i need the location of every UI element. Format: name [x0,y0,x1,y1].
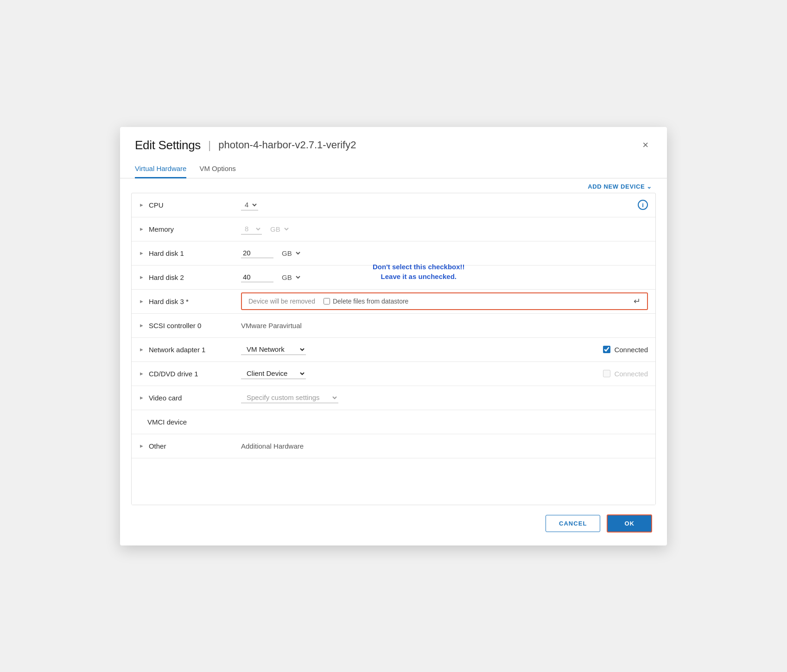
other-row: ► Other Additional Hardware [132,434,655,458]
hard-disk-3-removed-box: Device will be removed Delete files from… [241,292,648,310]
scsi-controller-expand-icon[interactable]: ► [139,323,144,328]
cpu-label: ► CPU [139,201,241,209]
memory-unit-select[interactable]: GB MB [267,224,290,235]
network-adapter-content: VM Network [241,344,603,355]
cpu-content: 4 2 8 [241,199,638,210]
cd-dvd-drive-expand-icon[interactable]: ► [139,371,144,376]
hard-disk-1-expand-icon[interactable]: ► [139,250,144,256]
network-adapter-row: ► Network adapter 1 VM Network Connected [132,338,655,362]
ok-button[interactable]: OK [607,514,652,533]
hard-disk-3-removed-text: Device will be removed [248,298,315,305]
hard-disk-1-unit-select[interactable]: GB MB [278,248,302,259]
edit-settings-dialog: Edit Settings | photon-4-harbor-v2.7.1-v… [120,127,667,545]
video-card-settings-select[interactable]: Specify custom settings [241,392,338,403]
cpu-row: ► CPU 4 2 8 i [132,193,655,217]
chevron-down-icon: ⌄ [647,183,652,190]
cd-dvd-drive-label: ► CD/DVD drive 1 [139,370,241,378]
hard-disk-1-size-input[interactable] [241,248,273,258]
other-expand-icon[interactable]: ► [139,443,144,449]
memory-content: 8 4 16 GB MB [241,223,648,235]
scsi-controller-content: VMware Paravirtual [241,322,648,330]
scsi-controller-row: ► SCSI controller 0 VMware Paravirtual [132,314,655,338]
delete-files-checkbox[interactable] [324,298,330,304]
network-adapter-connected-checkbox[interactable] [603,346,610,353]
empty-space [132,458,655,505]
cd-dvd-drive-type-select[interactable]: Client Device [241,368,306,379]
cancel-button[interactable]: CANCEL [546,515,600,532]
hard-disk-2-expand-icon[interactable]: ► [139,274,144,280]
video-card-row: ► Video card Specify custom settings [132,386,655,410]
tabs: Virtual Hardware VM Options [120,160,667,178]
other-label: ► Other [139,442,241,450]
hard-disk-3-row: ► Hard disk 3 * Device will be removed D… [132,290,655,314]
memory-row: ► Memory 8 4 16 GB MB [132,217,655,241]
memory-label: ► Memory [139,225,241,233]
video-card-expand-icon[interactable]: ► [139,395,144,400]
video-card-content: Specify custom settings [241,392,648,403]
tab-vm-options[interactable]: VM Options [199,160,235,178]
hardware-table: ► CPU 4 2 8 i ► Memory 8 4 [131,193,656,505]
cpu-info-icon[interactable]: i [638,200,648,210]
network-adapter-connected-label: Connected [614,346,648,354]
annotation-tooltip: Don't select this checkbox!! Leave it as… [373,262,465,281]
dialog-separator: | [208,139,211,152]
dialog-title: Edit Settings [135,138,201,152]
network-adapter-connected-wrap: Connected [603,346,648,354]
dialog-footer: CANCEL OK [120,505,667,545]
hard-disk-3-expand-icon[interactable]: ► [139,298,144,304]
scsi-controller-label: ► SCSI controller 0 [139,322,241,330]
hard-disk-3-label: ► Hard disk 3 * [139,298,241,305]
video-card-label: ► Video card [139,394,241,402]
other-content: Additional Hardware [241,442,648,450]
add-new-device-button[interactable]: ADD NEW DEVICE ⌄ [588,183,652,190]
delete-files-label: Delete files from datastore [324,298,408,305]
toolbar: ADD NEW DEVICE ⌄ [120,178,667,193]
hard-disk-3-content: Device will be removed Delete files from… [241,292,648,310]
hard-disk-2-unit-select[interactable]: GB MB [278,272,302,283]
hard-disk-2-content: GB MB Don't select this checkbox!! Leave… [241,272,648,283]
network-adapter-network-select[interactable]: VM Network [241,344,306,355]
tab-virtual-hardware[interactable]: Virtual Hardware [135,160,186,178]
memory-expand-icon[interactable]: ► [139,226,144,232]
cd-dvd-drive-content: Client Device [241,368,603,379]
memory-value-select[interactable]: 8 4 16 [241,223,262,235]
hard-disk-2-size-input[interactable] [241,272,273,282]
vmci-device-label: VMCI device [139,418,241,426]
cd-dvd-drive-connected-checkbox[interactable] [603,370,610,377]
dialog-header: Edit Settings | photon-4-harbor-v2.7.1-v… [120,127,667,152]
hard-disk-1-label: ► Hard disk 1 [139,249,241,257]
cd-dvd-drive-row: ► CD/DVD drive 1 Client Device Connected [132,362,655,386]
network-adapter-expand-icon[interactable]: ► [139,347,144,352]
vmci-device-row: VMCI device [132,410,655,434]
close-button[interactable]: × [639,138,652,152]
hard-disk-2-row: ► Hard disk 2 GB MB Don't select this ch… [132,266,655,290]
hard-disk-3-restore-button[interactable]: ↵ [634,296,641,306]
hard-disk-2-label: ► Hard disk 2 [139,273,241,281]
cd-dvd-drive-connected-wrap: Connected [603,370,648,378]
network-adapter-label: ► Network adapter 1 [139,346,241,354]
cd-dvd-drive-connected-label: Connected [614,370,648,378]
dialog-subtitle: photon-4-harbor-v2.7.1-verify2 [218,139,356,151]
cpu-select[interactable]: 4 2 8 [241,199,258,210]
cpu-expand-icon[interactable]: ► [139,202,144,208]
hard-disk-1-content: GB MB [241,248,648,259]
